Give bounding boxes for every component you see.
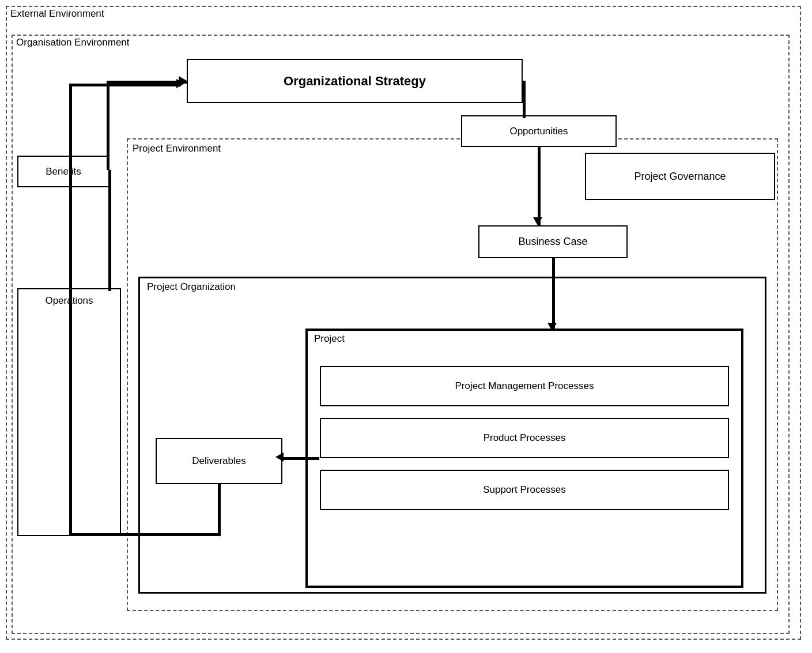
arrow-business-to-project — [552, 258, 555, 331]
arrow-deliverables-down — [218, 484, 221, 536]
project-governance-box: Project Governance — [585, 153, 775, 200]
support-processes-label: Support Processes — [483, 484, 566, 496]
arrowhead-feedback-right — [176, 79, 184, 88]
arrow-feedback-right — [69, 84, 181, 86]
pm-processes-row: Project Management Processes — [320, 366, 729, 406]
benefits-label: Benefits — [46, 166, 81, 178]
project-governance-label: Project Governance — [634, 171, 726, 183]
diagram-container: External Environment Organisation Enviro… — [0, 0, 812, 653]
arrow-strategy-to-opportunities-vert — [523, 81, 526, 118]
project-environment-label: Project Environment — [133, 143, 221, 154]
pm-processes-label: Project Management Processes — [455, 380, 594, 392]
org-environment-label: Organisation Environment — [16, 37, 130, 48]
org-strategy-box: Organizational Strategy — [187, 59, 523, 103]
arrowhead-opp-to-business — [533, 217, 542, 225]
opportunities-label: Opportunities — [509, 126, 568, 137]
arrow-strategy-left-vert — [107, 81, 109, 170]
arrowhead-to-deliverables — [275, 452, 284, 462]
business-case-box: Business Case — [478, 225, 628, 258]
deliverables-box: Deliverables — [156, 438, 282, 484]
external-environment-label: External Environment — [10, 8, 104, 20]
arrow-feedback-up — [69, 84, 72, 533]
product-processes-label: Product Processes — [484, 432, 566, 444]
project-label: Project — [314, 333, 345, 345]
project-org-label: Project Organization — [147, 281, 236, 293]
arrow-feedback-vert — [108, 170, 111, 291]
support-processes-row: Support Processes — [320, 470, 729, 510]
arrow-opp-to-business — [538, 147, 541, 225]
arrow-project-to-deliverables-horiz — [284, 457, 319, 460]
business-case-label: Business Case — [518, 236, 587, 248]
benefits-box: Benefits — [17, 156, 109, 187]
opportunities-box: Opportunities — [461, 115, 617, 147]
product-processes-row: Product Processes — [320, 418, 729, 458]
arrow-to-operations-horiz — [69, 533, 221, 536]
org-strategy-label: Organizational Strategy — [284, 74, 426, 89]
arrowhead-business-to-project — [547, 323, 557, 331]
deliverables-label: Deliverables — [192, 455, 246, 467]
